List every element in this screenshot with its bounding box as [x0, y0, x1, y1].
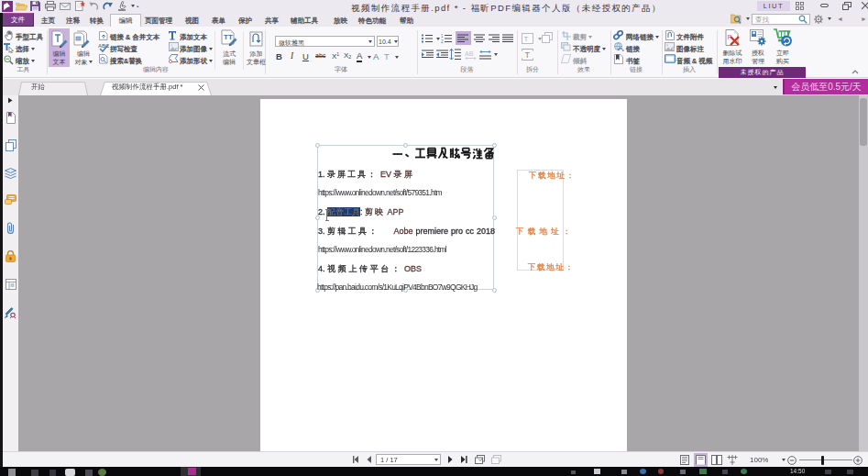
svg-text:T: T	[525, 50, 531, 60]
svg-text:TT: TT	[224, 33, 233, 41]
svg-text:2: 2	[441, 39, 444, 43]
svg-text:AB: AB	[465, 50, 474, 57]
svg-text:T: T	[524, 35, 529, 43]
svg-text:1: 1	[441, 34, 444, 39]
